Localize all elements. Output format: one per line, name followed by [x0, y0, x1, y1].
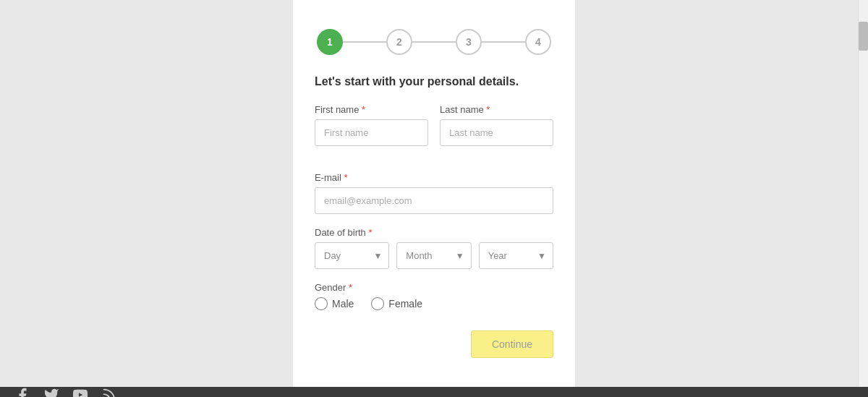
- gender-required: *: [349, 282, 352, 293]
- dob-group: Date of birth * Day ▼ Month ▼: [315, 227, 553, 269]
- female-option[interactable]: Female: [371, 297, 422, 310]
- day-select-wrap: Day ▼: [315, 242, 389, 269]
- step-line-1: [343, 41, 386, 43]
- form-container: 1 2 3 4 Let's start with your personal d…: [293, 0, 575, 387]
- gender-label: Gender *: [315, 282, 553, 293]
- step-line-3: [482, 41, 525, 43]
- dob-label: Date of birth *: [315, 227, 553, 238]
- rss-icon[interactable]: [101, 387, 117, 397]
- last-name-group: Last name *: [440, 104, 553, 146]
- step-1: 1: [317, 29, 343, 55]
- month-select[interactable]: Month: [396, 242, 471, 269]
- dob-row: Day ▼ Month ▼ Year ▼: [315, 242, 553, 269]
- first-name-input[interactable]: [315, 119, 428, 146]
- last-name-required: *: [486, 104, 490, 115]
- scrollbar[interactable]: [858, 0, 868, 387]
- day-select[interactable]: Day: [315, 242, 389, 269]
- first-name-required: *: [362, 104, 365, 115]
- year-select-wrap: Year ▼: [479, 242, 553, 269]
- female-radio[interactable]: [371, 297, 384, 310]
- name-row: First name * Last name *: [315, 104, 553, 159]
- twitter-icon[interactable]: [43, 387, 59, 397]
- male-radio[interactable]: [315, 297, 328, 310]
- last-name-input[interactable]: [440, 119, 553, 146]
- female-label: Female: [388, 298, 422, 310]
- continue-button[interactable]: Continue: [471, 330, 553, 358]
- email-label: E-mail *: [315, 172, 553, 183]
- step-line-2: [412, 41, 456, 43]
- gender-group: Gender * Male Female: [315, 282, 553, 310]
- email-required: *: [344, 172, 347, 183]
- male-option[interactable]: Male: [315, 297, 354, 310]
- email-input[interactable]: [315, 187, 553, 214]
- scrollbar-thumb[interactable]: [859, 22, 868, 51]
- stepper: 1 2 3 4: [315, 22, 553, 55]
- footer: [0, 387, 868, 397]
- last-name-label: Last name *: [440, 104, 553, 115]
- year-select[interactable]: Year: [479, 242, 553, 269]
- first-name-label: First name *: [315, 104, 428, 115]
- facebook-icon[interactable]: [14, 387, 30, 397]
- step-4: 4: [525, 29, 551, 55]
- step-2: 2: [386, 29, 412, 55]
- male-label: Male: [332, 298, 354, 310]
- email-group: E-mail *: [315, 172, 553, 214]
- gender-row: Male Female: [315, 297, 553, 310]
- month-select-wrap: Month ▼: [396, 242, 471, 269]
- step-3: 3: [456, 29, 482, 55]
- continue-btn-wrap: Continue: [315, 330, 553, 358]
- form-heading: Let's start with your personal details.: [315, 75, 553, 88]
- dob-required: *: [368, 227, 372, 238]
- youtube-icon[interactable]: [72, 387, 88, 397]
- first-name-group: First name *: [315, 104, 428, 146]
